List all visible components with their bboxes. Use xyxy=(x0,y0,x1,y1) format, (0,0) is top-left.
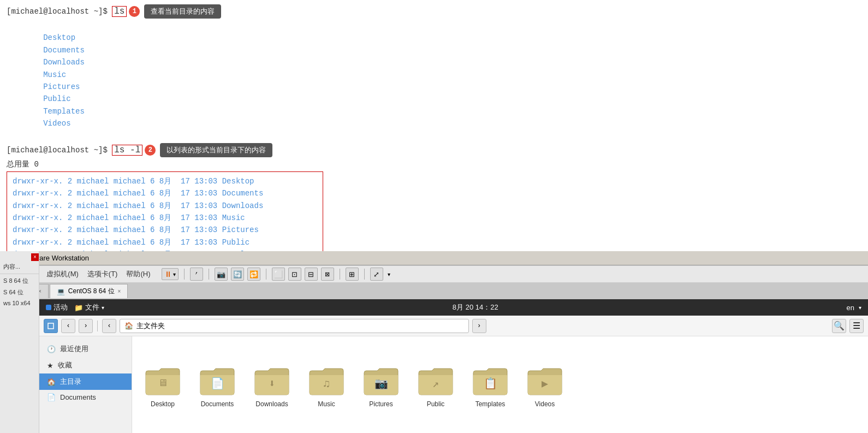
path-bar: 🏠 主文件夹 xyxy=(120,319,469,333)
files-btn[interactable]: 📁 文件 ▾ xyxy=(74,302,104,312)
favorites-label: 收藏 xyxy=(58,360,72,370)
gnome-top-bar: 活动 📁 文件 ▾ 8月 20 14：22 en ▾ xyxy=(39,299,868,316)
nav-back-btn[interactable]: ‹ xyxy=(61,319,75,333)
sidebar-home[interactable]: 🏠 主目录 xyxy=(39,373,132,390)
view4-btn[interactable]: ⊠ xyxy=(321,268,334,281)
tooltip-1: 查看当前目录的内容 xyxy=(144,4,221,19)
menu-tabs[interactable]: 选项卡(T) xyxy=(87,269,118,279)
folder-music[interactable]: ♫ Music xyxy=(305,365,348,408)
folder-templates-icon: 📋 xyxy=(471,365,509,397)
folder-music-label: Music xyxy=(318,400,335,408)
svg-text:♫: ♫ xyxy=(323,378,330,390)
recent-label: 最近使用 xyxy=(60,344,88,354)
folder-public-label: Public xyxy=(427,400,445,408)
lang-indicator[interactable]: en xyxy=(847,304,854,312)
close-panel-x-btn[interactable]: × xyxy=(31,253,39,261)
panel-item-s8[interactable]: S 8 64 位 xyxy=(0,275,39,287)
folder-documents[interactable]: 📄 Documents xyxy=(195,365,239,408)
folder-desktop-icon: 🖥 xyxy=(144,365,182,397)
ls-output: Desktop Documents Downloads Music Pictur… xyxy=(7,33,98,140)
folder-documents-label: Documents xyxy=(201,400,234,408)
dir-listing-box: drwxr-xr-x. 2 michael michael 6 8月 17 13… xyxy=(7,171,323,251)
folder-pictures[interactable]: 📷 Pictures xyxy=(359,365,403,408)
dir-row-public: drwxr-xr-x. 2 michael michael 6 8月 17 13… xyxy=(13,236,317,248)
folder-downloads[interactable]: ⬇ Downloads xyxy=(250,365,294,408)
send-ctrl-alt-del-btn[interactable]: ⎖ xyxy=(190,268,203,281)
folder-templates[interactable]: 📋 Templates xyxy=(468,365,512,408)
gnome-datetime: 8月 20 14：22 xyxy=(453,302,498,312)
view3-btn[interactable]: ⊟ xyxy=(305,268,318,281)
search-btn[interactable]: 🔍 xyxy=(832,319,846,333)
sidebar-favorites[interactable]: ★ 收藏 xyxy=(39,357,132,373)
snapshot3-btn[interactable]: 🔁 xyxy=(247,268,260,281)
folder-videos-label: Videos xyxy=(535,400,555,408)
folder-public-icon: ↗ xyxy=(417,365,455,397)
favorites-icon: ★ xyxy=(47,361,53,370)
terminal-btn[interactable]: ⊞ xyxy=(346,268,359,281)
activities-btn[interactable]: 活动 xyxy=(46,302,68,312)
folder-music-icon: ♫ xyxy=(307,365,346,397)
sidebar-recent[interactable]: 🕐 最近使用 xyxy=(39,341,132,357)
centos-tab-close[interactable]: × xyxy=(118,288,121,294)
menu-help[interactable]: 帮助(H) xyxy=(126,269,150,279)
folder-videos[interactable]: ▶ Videos xyxy=(523,365,567,408)
tab-centos[interactable]: 💻 CentOS 8 64 位 × xyxy=(50,284,128,298)
menu-vm[interactable]: 虚拟机(M) xyxy=(46,269,79,279)
panel-item-s64[interactable]: S 64 位 xyxy=(0,287,39,298)
fm-sidebar: 🕐 最近使用 ★ 收藏 🏠 主目录 📄 Documents xyxy=(39,336,132,433)
view-btn[interactable]: ⬜ xyxy=(272,268,285,281)
vmware-toolbar-icons: ⏸ ▾ ⎖ 📷 🔄 🔁 ⬜ ⊡ ⊟ ⊠ ⊞ ⤢ ▾ xyxy=(162,268,390,281)
files-arrow: ▾ xyxy=(102,305,104,311)
svg-text:⬇: ⬇ xyxy=(269,378,275,390)
nav-forward-btn[interactable]: › xyxy=(79,319,93,333)
total-line: 总用量 0 xyxy=(7,159,861,169)
svg-text:📄: 📄 xyxy=(211,377,224,390)
folder-videos-icon: ▶ xyxy=(526,365,564,397)
docs-icon: 📄 xyxy=(47,393,56,401)
nav-home-btn[interactable] xyxy=(44,319,58,333)
centos-tab-label: CentOS 8 64 位 xyxy=(68,287,115,296)
cmd-ls: ls xyxy=(112,6,127,17)
home-icon: 🏠 xyxy=(47,378,56,386)
svg-text:▶: ▶ xyxy=(542,378,548,390)
path-home-icon: 🏠 xyxy=(124,322,133,330)
snapshot1-btn[interactable]: 📷 xyxy=(215,268,228,281)
terminal-area: [michael@localhost ~]$ ls 1 查看当前目录的内容 De… xyxy=(0,0,868,251)
files-icon: 📁 xyxy=(74,304,83,312)
folder-downloads-icon: ⬇ xyxy=(253,365,291,397)
fm-content: 🖥 Desktop 📄 Documents ⬇ xyxy=(132,336,868,433)
folder-desktop-label: Desktop xyxy=(151,400,175,408)
prompt-2: [michael@localhost ~]$ xyxy=(7,144,112,156)
svg-text:↗: ↗ xyxy=(432,378,439,390)
cmd-ls-l: ls -l xyxy=(112,145,142,156)
pause-btn[interactable]: ⏸ ▾ xyxy=(162,268,179,280)
recent-icon: 🕐 xyxy=(47,345,56,353)
svg-text:📷: 📷 xyxy=(374,377,388,390)
tooltip-2: 以列表的形式当前目录下的内容 xyxy=(160,143,272,157)
badge-1: 1 xyxy=(129,6,140,17)
dir-row-music: drwxr-xr-x. 2 michael michael 6 8月 17 13… xyxy=(13,212,317,224)
folder-desktop[interactable]: 🖥 Desktop xyxy=(141,365,185,408)
nav-prev-btn[interactable]: ‹ xyxy=(102,319,116,333)
svg-text:📋: 📋 xyxy=(484,377,497,390)
panel-item-content[interactable]: 内容... xyxy=(0,261,39,272)
vmware-title-bar: 4 位 - VMware Workstation xyxy=(0,251,868,265)
sidebar-documents[interactable]: 📄 Documents xyxy=(39,390,132,405)
nav-next-btn[interactable]: › xyxy=(472,319,486,333)
view2-btn[interactable]: ⊡ xyxy=(288,268,301,281)
panel-item-win10[interactable]: ws 10 x64 xyxy=(0,298,39,308)
dir-row-desktop: drwxr-xr-x. 2 michael michael 6 8月 17 13… xyxy=(13,175,317,187)
vmware-left-panel: × 内容... S 8 64 位 S 64 位 ws 10 x64 xyxy=(0,251,39,433)
view-list-btn[interactable]: ☰ xyxy=(849,319,864,333)
vmware-menubar: × 查看(V) 虚拟机(M) 选项卡(T) 帮助(H) ⏸ ▾ ⎖ 📷 🔄 🔁 … xyxy=(0,265,868,283)
gnome-area: 活动 📁 文件 ▾ 8月 20 14：22 en ▾ ‹ › ‹ 🏠 主文件夹 … xyxy=(39,299,868,433)
home-label: 主目录 xyxy=(60,377,81,387)
fullscreen-btn[interactable]: ⤢ xyxy=(370,268,383,281)
snapshot2-btn[interactable]: 🔄 xyxy=(231,268,244,281)
gnome-icon xyxy=(46,305,51,310)
folder-pictures-label: Pictures xyxy=(369,400,393,408)
docs-label: Documents xyxy=(60,393,96,401)
folder-public[interactable]: ↗ Public xyxy=(414,365,457,408)
fm-toolbar: ‹ › ‹ 🏠 主文件夹 › 🔍 ☰ xyxy=(39,316,868,336)
terminal-content: [michael@localhost ~]$ ls 1 查看当前目录的内容 De… xyxy=(0,0,868,251)
